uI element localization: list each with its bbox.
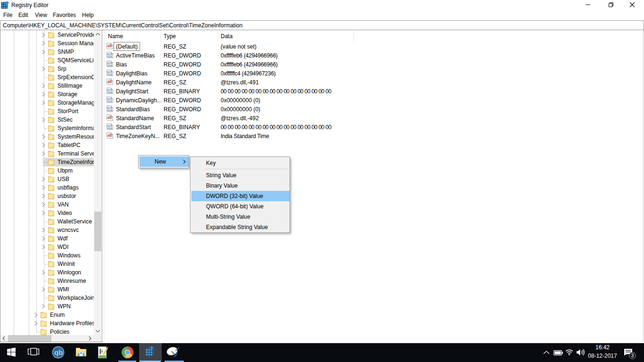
svg-text:110: 110 <box>107 73 112 76</box>
svg-text:110: 110 <box>107 91 112 94</box>
svg-text:110: 110 <box>107 127 112 130</box>
svg-text:ab: ab <box>107 133 112 138</box>
svg-text:110: 110 <box>107 109 112 112</box>
svg-text:110: 110 <box>107 100 112 103</box>
svg-text:ab: ab <box>107 79 112 84</box>
svg-text:ab: ab <box>107 115 112 120</box>
svg-text:ab: ab <box>107 43 112 48</box>
svg-text:110: 110 <box>107 55 112 58</box>
svg-text:110: 110 <box>107 64 112 67</box>
svg-text:qb: qb <box>54 348 63 356</box>
